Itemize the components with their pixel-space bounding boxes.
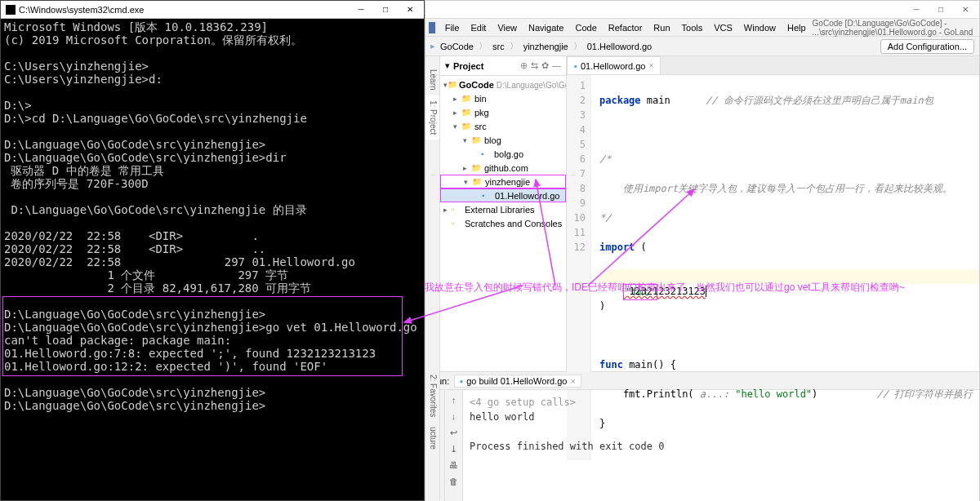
ide-window-controls: ─ □ ✕ (904, 2, 978, 18)
cmd-minimize-button[interactable]: ─ (349, 2, 373, 18)
crumb-src[interactable]: src (489, 40, 508, 53)
run-tab[interactable]: ▪ go build 01.HelloWord.go × (454, 375, 581, 388)
menu-tools[interactable]: Tools (677, 21, 708, 34)
folder-icon: ▸ (430, 41, 435, 51)
ide-menubar: File Edit View Navigate Code Refactor Ru… (425, 19, 979, 37)
crumb-file[interactable]: 01.Helloword.go (584, 40, 656, 53)
project-dropdown-icon[interactable]: ▾ (445, 60, 450, 71)
cmd-window-controls: ─ □ ✕ (349, 2, 422, 18)
close-icon[interactable]: × (570, 376, 575, 386)
ide-window: ─ □ ✕ File Edit View Navigate Code Refac… (425, 0, 980, 501)
locate-icon[interactable]: ⊕ (520, 60, 528, 71)
menu-view[interactable]: View (492, 21, 522, 34)
tree-pkg[interactable]: ▸📁pkg (440, 105, 566, 119)
cmd-close-button[interactable]: ✕ (398, 2, 422, 18)
menu-navigate[interactable]: Navigate (523, 21, 568, 34)
bottom-tool-strip: 2: Favorites ucture (425, 370, 440, 500)
tree-bin[interactable]: ▸📁bin (440, 91, 566, 105)
go-file-icon: ▪ (460, 376, 463, 386)
cmd-icon (6, 5, 16, 15)
editor-body[interactable]: 123456789101112 package main // 命令行源码文件必… (567, 75, 979, 460)
run-controls-secondary: ↑ ↓ ↩ ⤓ 🖶 🗑 (445, 390, 463, 501)
menu-window[interactable]: Window (739, 21, 781, 34)
tree-bolg-go[interactable]: ▪bolg.go (440, 147, 566, 161)
editor-tab-label: 01.Helloword.go (581, 61, 646, 71)
favorites-tab[interactable]: 2: Favorites (425, 370, 439, 422)
editor-tab-helloword[interactable]: ▪ 01.Helloword.go × (567, 56, 661, 74)
project-header-title[interactable]: Project (453, 61, 483, 71)
goland-icon (429, 22, 435, 33)
tree-helloword-file[interactable]: ▪01.Helloword.go (440, 188, 566, 202)
menu-vcs[interactable]: VCS (709, 21, 737, 34)
menu-edit[interactable]: Edit (466, 21, 491, 34)
ide-minimize-button[interactable]: ─ (904, 2, 929, 18)
collapse-icon[interactable]: ⇆ (531, 60, 538, 71)
tree-src[interactable]: ▾📁src (440, 119, 566, 133)
menu-file[interactable]: File (440, 21, 465, 34)
soft-wrap-button[interactable]: ↩ (448, 426, 461, 439)
clear-button[interactable]: 🗑 (448, 475, 461, 488)
close-icon[interactable]: × (648, 61, 653, 70)
project-header: ▾ Project ⊕ ⇆ ✿ — (440, 56, 566, 76)
annotation-text: 我故意在导入包的时候写错代码，IDE已经帮咱们检查出来了，当然我们也可以通过go… (425, 281, 980, 295)
add-configuration-button[interactable]: Add Configuration... (880, 39, 974, 54)
cmd-output[interactable]: Microsoft Windows [版本 10.0.18362.239] (c… (1, 19, 424, 414)
editor-tabs: ▪ 01.Helloword.go × (567, 56, 979, 75)
up-button[interactable]: ↑ (448, 393, 461, 406)
tree-root[interactable]: ▾📁GoCode D:\Language\Go\Go (440, 78, 566, 91)
cmd-window: C:\Windows\system32\cmd.exe ─ □ ✕ Micros… (0, 0, 425, 501)
cmd-title-text: C:\Windows\system32\cmd.exe (19, 5, 144, 15)
code-editor: ▪ 01.Helloword.go × 123456789101112 pack… (567, 56, 979, 371)
tree-blog[interactable]: ▾📁blog (440, 133, 566, 147)
ide-maximize-button[interactable]: □ (929, 2, 953, 18)
tree-external-libs[interactable]: ▸▫External Libraries (440, 202, 566, 216)
run-tab-label: go build 01.HelloWord.go (466, 376, 567, 386)
tree-scratches[interactable]: ▫Scratches and Consoles (440, 216, 566, 230)
tree-yinzhengjie[interactable]: ▾📁yinzhengjie (440, 175, 566, 188)
menu-help[interactable]: Help (782, 21, 811, 34)
ide-title-path: GoCode [D:\Language\Go\GoCode] - ...\src… (813, 19, 976, 37)
code-area[interactable]: package main // 命令行源码文件必须在这里声明自己属于main包 … (591, 75, 979, 460)
menu-code[interactable]: Code (570, 21, 601, 34)
go-file-icon: ▪ (574, 61, 577, 71)
tree-github[interactable]: ▸📁github.com (440, 161, 566, 175)
structure-tab[interactable]: ucture (425, 422, 439, 454)
menu-run[interactable]: Run (648, 21, 675, 34)
left-tool-strip: Learn 1: Project (425, 56, 440, 371)
cmd-title: C:\Windows\system32\cmd.exe (2, 5, 144, 15)
project-tool-window: ▾ Project ⊕ ⇆ ✿ — ▾📁GoCode D:\Language\G… (440, 56, 567, 371)
settings-gear-icon[interactable]: ✿ (541, 60, 549, 71)
crumb-root[interactable]: GoCode (437, 40, 477, 53)
crumb-pkg[interactable]: yinzhengjie (520, 40, 572, 53)
menu-refactor[interactable]: Refactor (604, 21, 648, 34)
cmd-maximize-button[interactable]: □ (373, 2, 398, 18)
ide-close-button[interactable]: ✕ (953, 2, 978, 18)
project-tree: ▾📁GoCode D:\Language\Go\Go ▸📁bin ▸📁pkg ▾… (440, 76, 566, 232)
breadcrumb: ▸ GoCode 〉 src 〉 yinzhengjie 〉 01.Hellow… (430, 40, 655, 53)
cmd-titlebar: C:\Windows\system32\cmd.exe ─ □ ✕ (1, 1, 424, 19)
hide-icon[interactable]: — (552, 60, 561, 71)
scroll-button[interactable]: ⤓ (448, 442, 461, 455)
ide-titlebar: ─ □ ✕ (425, 1, 979, 19)
print-button[interactable]: 🖶 (448, 459, 461, 472)
learn-tab[interactable]: Learn (425, 64, 439, 95)
ide-main: Learn 1: Project ▾ Project ⊕ ⇆ ✿ — ▾📁GoC… (425, 56, 979, 371)
down-button[interactable]: ↓ (448, 410, 461, 423)
ide-toolbar: ▸ GoCode 〉 src 〉 yinzhengjie 〉 01.Hellow… (425, 37, 979, 56)
project-tab[interactable]: 1: Project (425, 95, 439, 140)
